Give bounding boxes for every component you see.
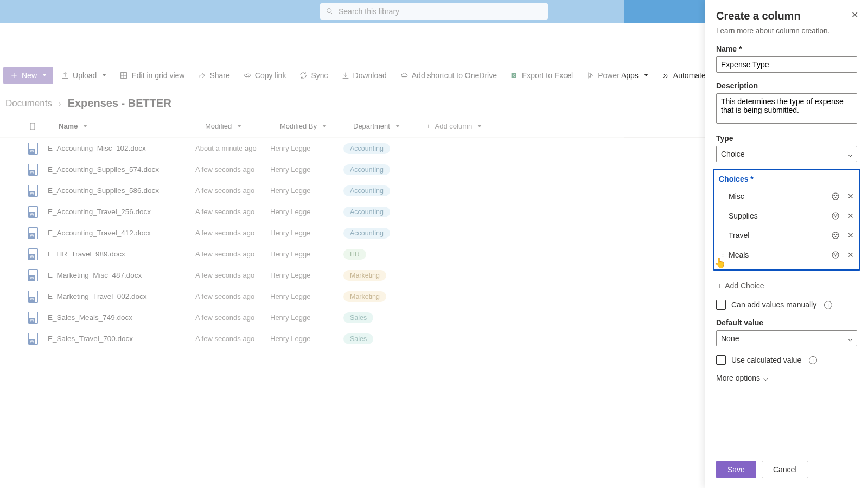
palette-icon[interactable]: [831, 211, 840, 221]
svg-point-20: [832, 213, 839, 219]
file-name[interactable]: E_Accounting_Supplies_574.docx: [48, 165, 195, 174]
panel-title: Create a column: [716, 10, 857, 22]
upload-button[interactable]: Upload: [55, 67, 112, 84]
export-excel-button[interactable]: X Export to Excel: [505, 67, 578, 84]
grid-icon: [119, 71, 128, 80]
breadcrumb-sep: ›: [59, 99, 61, 108]
file-modified-by[interactable]: Henry Legge: [270, 250, 343, 258]
file-modified-by[interactable]: Henry Legge: [270, 208, 343, 216]
search-icon: [326, 7, 334, 16]
name-field[interactable]: [716, 56, 857, 73]
file-modified: A few seconds ago: [195, 335, 270, 343]
choices-section: Choices * ⋮⋮ Misc ✕⋮⋮ Supplies ✕⋮⋮ Trave…: [713, 169, 860, 271]
can-add-manually-checkbox[interactable]: Can add values manually i: [716, 300, 857, 310]
default-value-label: Default value: [716, 318, 857, 327]
file-department: Accounting: [343, 228, 390, 239]
file-modified-by[interactable]: Henry Legge: [270, 335, 343, 343]
more-options-toggle[interactable]: More options ⌵: [716, 374, 857, 382]
download-button[interactable]: Download: [336, 67, 392, 84]
file-name[interactable]: E_Accounting_Misc_102.docx: [48, 144, 195, 152]
choice-row[interactable]: ⋮⋮ Misc ✕: [718, 187, 856, 206]
column-modified[interactable]: Modified: [205, 122, 280, 130]
sync-label: Sync: [311, 71, 328, 80]
word-file-icon: [28, 185, 38, 197]
search-box[interactable]: Search this library: [320, 3, 548, 20]
palette-icon[interactable]: [831, 230, 840, 240]
choice-text[interactable]: Meals: [729, 251, 825, 259]
svg-point-27: [835, 236, 836, 237]
svg-point-0: [327, 9, 331, 13]
add-shortcut-button[interactable]: Add shortcut to OneDrive: [394, 67, 502, 84]
panel-subtitle[interactable]: Learn more about column creation.: [716, 27, 857, 35]
file-name[interactable]: E_Marketing_Misc_487.docx: [48, 271, 195, 279]
word-file-icon: [28, 227, 38, 239]
copy-link-button[interactable]: Copy link: [238, 67, 292, 84]
new-button-label: New: [22, 71, 37, 80]
remove-choice-icon[interactable]: ✕: [846, 191, 856, 201]
close-icon[interactable]: ✕: [851, 10, 858, 20]
palette-icon[interactable]: [831, 191, 840, 201]
name-field-label: Name *: [716, 44, 857, 53]
more-options-label: More options: [716, 374, 760, 382]
svg-line-1: [331, 12, 333, 14]
cancel-button[interactable]: Cancel: [762, 461, 808, 478]
palette-icon[interactable]: [831, 250, 840, 260]
choice-text[interactable]: Supplies: [729, 211, 825, 220]
file-modified-by[interactable]: Henry Legge: [270, 144, 343, 152]
type-dropdown[interactable]: Choice ⌵: [716, 146, 857, 162]
grip-icon[interactable]: ⋮⋮: [720, 252, 725, 259]
file-name[interactable]: E_HR_Travel_989.docx: [48, 250, 195, 258]
choice-text[interactable]: Travel: [729, 231, 825, 240]
choice-row[interactable]: ⋮⋮ Supplies ✕: [718, 206, 856, 226]
file-modified-by[interactable]: Henry Legge: [270, 229, 343, 237]
info-icon[interactable]: i: [824, 301, 832, 309]
power-apps-button[interactable]: Power Apps: [580, 67, 654, 84]
column-department[interactable]: Department: [353, 122, 426, 130]
column-add[interactable]: +Add column: [426, 122, 482, 130]
file-modified-by[interactable]: Henry Legge: [270, 187, 343, 195]
word-file-icon: [28, 206, 38, 218]
file-modified: A few seconds ago: [195, 250, 270, 258]
file-name[interactable]: E_Marketing_Travel_002.docx: [48, 292, 195, 300]
automate-icon: [661, 71, 670, 80]
choice-text[interactable]: Misc: [729, 192, 825, 201]
edit-grid-button[interactable]: Edit in grid view: [114, 67, 190, 84]
share-button[interactable]: Share: [192, 67, 235, 84]
description-field[interactable]: [716, 93, 857, 124]
choice-row[interactable]: ⋮⋮ Travel ✕: [718, 226, 856, 245]
svg-point-28: [832, 252, 839, 258]
remove-choice-icon[interactable]: ✕: [846, 230, 856, 240]
choice-row[interactable]: ⋮⋮ Meals ✕: [718, 245, 856, 265]
type-label: Type: [716, 134, 857, 143]
file-name[interactable]: E_Sales_Travel_700.docx: [48, 335, 195, 343]
file-modified-by[interactable]: Henry Legge: [270, 165, 343, 174]
powerapps-label: Power Apps: [598, 71, 639, 80]
info-icon[interactable]: i: [809, 356, 817, 364]
default-value-dropdown[interactable]: None ⌵: [716, 330, 857, 346]
use-calculated-checkbox[interactable]: Use calculated value i: [716, 355, 857, 365]
add-choice-button[interactable]: + Add Choice: [716, 278, 857, 293]
file-name[interactable]: E_Accounting_Supplies_586.docx: [48, 187, 195, 195]
file-name[interactable]: E_Accounting_Travel_412.docx: [48, 229, 195, 237]
breadcrumb-root[interactable]: Documents: [5, 98, 52, 109]
file-modified-by[interactable]: Henry Legge: [270, 271, 343, 279]
export-label: Export to Excel: [522, 71, 573, 80]
remove-choice-icon[interactable]: ✕: [846, 211, 856, 221]
file-type-column-icon[interactable]: [28, 122, 37, 131]
remove-choice-icon[interactable]: ✕: [846, 250, 856, 260]
file-department: Accounting: [343, 143, 390, 154]
sync-button[interactable]: Sync: [293, 67, 333, 84]
svg-point-22: [837, 215, 838, 216]
file-department: HR: [343, 249, 366, 260]
column-name[interactable]: Name: [59, 122, 205, 130]
column-modified-by[interactable]: Modified By: [280, 122, 353, 130]
file-name[interactable]: E_Accounting_Travel_256.docx: [48, 208, 195, 216]
save-button[interactable]: Save: [716, 461, 756, 478]
file-modified-by[interactable]: Henry Legge: [270, 313, 343, 322]
file-modified: A few seconds ago: [195, 292, 270, 300]
file-department: Sales: [343, 333, 373, 344]
file-modified-by[interactable]: Henry Legge: [270, 292, 343, 300]
file-name[interactable]: E_Sales_Meals_749.docx: [48, 313, 195, 322]
choices-label: Choices *: [719, 175, 856, 183]
new-button[interactable]: New: [3, 67, 53, 84]
